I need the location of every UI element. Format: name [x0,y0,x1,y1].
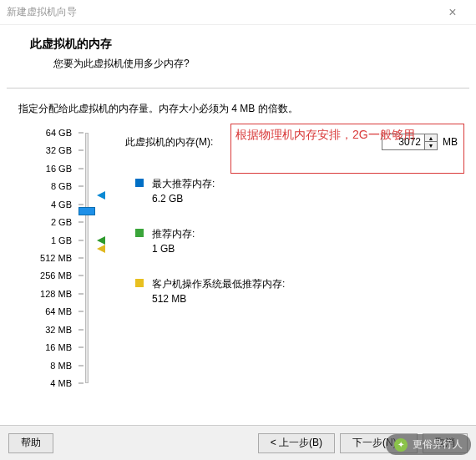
instruction-text: 指定分配给此虚拟机的内存量。内存大小必须为 4 MB 的倍数。 [18,102,458,116]
window-title: 新建虚拟机向导 [7,5,436,19]
memory-label: 此虚拟机的内存(M): [125,135,213,149]
slider-tick-label: 8 GB [51,181,72,191]
marker-max-icon [97,190,107,200]
min-memory-value: 512 MB [152,291,285,306]
slider-track [85,133,89,383]
slider-tick [78,204,84,205]
svg-marker-2 [97,245,105,253]
cancel-button[interactable]: 取消 [423,433,468,453]
rec-memory-value: 1 GB [152,241,195,256]
slider-tick [78,293,84,294]
slider-tick-label: 256 MB [40,270,72,281]
square-icon-blue [135,179,144,187]
page-title: 此虚拟机的内存 [30,37,459,52]
slider-tick [78,347,84,348]
marker-min-icon [97,244,107,254]
slider-tick [78,186,84,187]
page-subtitle: 您要为此虚拟机使用多少内存? [30,57,459,71]
slider-tick-label: 64 MB [45,306,72,316]
slider-thumb[interactable] [78,207,95,215]
close-icon[interactable]: × [436,5,469,20]
max-memory-value: 6.2 GB [152,191,215,206]
slider-tick-label: 128 MB [40,289,72,299]
memory-slider[interactable]: 64 GB32 GB16 GB8 GB4 GB2 GB1 GB512 MB256… [18,133,109,392]
slider-tick-label: 32 MB [45,325,72,335]
slider-tick [78,311,84,312]
slider-tick [78,275,84,276]
spinner-down-button[interactable]: ▼ [425,142,437,149]
slider-tick-label: 16 MB [45,342,72,352]
svg-marker-0 [97,191,105,200]
spinner-up-button[interactable]: ▲ [425,134,437,142]
footer: 帮助 < 上一步(B) 下一步(N) > 取消 [0,425,476,460]
slider-tick-label: 32 GB [46,145,72,155]
slider-tick-label: 512 MB [40,253,72,263]
slider-tick-label: 4 GB [51,200,72,210]
memory-input[interactable] [382,134,424,149]
page-header: 此虚拟机的内存 您要为此虚拟机使用多少内存? [0,25,476,88]
slider-tick [78,222,84,223]
slider-tick [78,150,84,151]
slider-tick-label: 8 MB [50,361,72,371]
slider-tick-label: 2 GB [51,217,72,227]
slider-tick [78,168,84,169]
min-memory-label: 客户机操作系统最低推荐内存: [152,278,285,290]
memory-spinner[interactable]: ▲ ▼ [382,134,438,150]
memory-unit: MB [443,136,458,148]
titlebar: 新建虚拟机向导 × [0,0,476,25]
slider-tick-label: 16 GB [46,164,72,174]
slider-tick [78,365,84,366]
slider-tick [78,133,84,134]
square-icon-green [135,229,144,237]
back-button[interactable]: < 上一步(B) [258,433,335,453]
slider-tick-label: 1 GB [51,235,72,245]
svg-marker-1 [97,236,105,245]
slider-tick [78,240,84,240]
rec-memory-label: 推荐内存: [152,228,195,240]
help-button[interactable]: 帮助 [8,433,53,453]
square-icon-yellow [135,279,144,287]
slider-tick-label: 64 GB [46,128,72,138]
max-memory-label: 最大推荐内存: [152,178,215,190]
slider-tick-label: 4 MB [50,378,72,388]
slider-tick [78,383,84,384]
slider-tick [78,258,84,259]
slider-tick [78,329,84,330]
next-button[interactable]: 下一步(N) > [340,433,418,453]
